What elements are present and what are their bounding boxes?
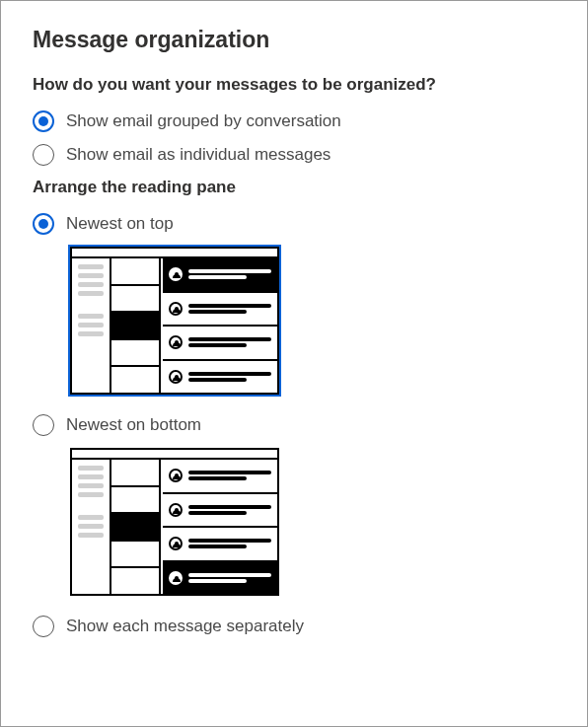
radio-icon [33,616,54,637]
radio-label: Show email as individual messages [66,145,331,165]
radio-label: Newest on top [66,214,174,234]
organize-heading: How do you want your messages to be orga… [33,75,555,95]
message-organization-panel: Message organization How do you want you… [0,0,588,727]
radio-individual-messages[interactable]: Show email as individual messages [33,144,555,166]
preview-newest-on-top[interactable] [70,247,555,395]
layout-preview-icon [70,247,279,395]
layout-preview-icon [70,448,279,596]
reading-pane-heading: Arrange the reading pane [33,178,555,197]
radio-show-separately[interactable]: Show each message separately [33,616,555,637]
radio-label: Show each message separately [66,617,304,636]
radio-label: Newest on bottom [66,415,201,435]
panel-title: Message organization [33,27,555,53]
radio-newest-on-bottom[interactable]: Newest on bottom [33,414,555,436]
radio-label: Show email grouped by conversation [66,111,341,131]
preview-newest-on-bottom[interactable] [70,448,555,596]
radio-icon [33,144,54,166]
radio-icon [33,414,54,436]
radio-newest-on-top[interactable]: Newest on top [33,213,555,235]
radio-icon [33,213,54,235]
radio-grouped-by-conversation[interactable]: Show email grouped by conversation [33,110,555,132]
radio-icon [33,110,54,132]
